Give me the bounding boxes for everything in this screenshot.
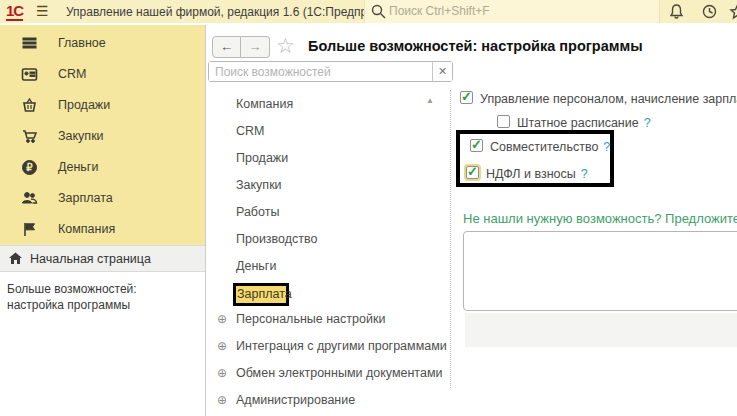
checkbox-hr-payroll[interactable] [460, 91, 473, 104]
label-secondary-jobs: Совместительство? [490, 140, 610, 154]
open-tab-more-features[interactable]: Больше возможностей: настройка программы [7, 281, 195, 313]
sidebar-item-home[interactable]: Начальная страница [0, 245, 205, 272]
help-link-secondary-jobs[interactable]: ? [603, 140, 610, 154]
global-search-input[interactable] [389, 0, 654, 22]
feature-search: ✕ [208, 61, 453, 82]
section-item-integration[interactable]: Интеграция с другими программами [236, 339, 447, 353]
sidebar-item-dengi[interactable]: ₽ Деньги [0, 158, 205, 182]
title-bar: 1С ☰ Управление нашей фирмой, редакция 1… [0, 0, 737, 23]
sidebar-item-glavnoe[interactable]: Главное [0, 34, 205, 58]
home-icon [8, 251, 23, 266]
sidebar: Главное CRM Продажи Закупки ₽ Деньги Зар… [0, 25, 206, 416]
section-item-proizvodstvo[interactable]: Производство [236, 232, 318, 246]
section-item-prodazhi[interactable]: Продажи [236, 151, 288, 165]
section-item-edi[interactable]: Обмен электронными документами [236, 366, 442, 380]
notifications-bell-icon[interactable] [668, 3, 685, 20]
checkbox-staffing[interactable] [497, 115, 510, 128]
section-item-zakupki[interactable]: Закупки [236, 178, 282, 192]
cart-icon [21, 128, 38, 145]
clear-search-icon[interactable]: ✕ [432, 62, 452, 81]
back-button[interactable]: ← [212, 36, 241, 58]
section-item-raboty[interactable]: Работы [236, 205, 279, 219]
section-item-crm[interactable]: CRM [236, 124, 264, 138]
sidebar-item-kompaniya[interactable]: Компания [0, 220, 205, 244]
panel-background-strip [465, 313, 737, 347]
sidebar-item-crm[interactable]: CRM [0, 65, 205, 89]
help-link-ndfl[interactable]: ? [581, 167, 588, 181]
flag-icon [21, 221, 38, 238]
checkbox-secondary-jobs[interactable] [470, 139, 483, 152]
feature-search-input[interactable] [209, 62, 431, 81]
sidebar-item-zarplata[interactable]: Зарплата [0, 189, 205, 213]
scroll-up-icon[interactable]: ▲ [426, 96, 434, 105]
history-clock-icon[interactable] [701, 3, 718, 20]
label-staffing: Штатное расписание? [517, 116, 651, 130]
section-item-personal-settings[interactable]: Персональные настройки [236, 312, 385, 326]
add-favorite-star-icon[interactable]: ☆ [276, 34, 295, 58]
sidebar-item-zakupki[interactable]: Закупки [0, 127, 205, 151]
svg-text:₽: ₽ [26, 162, 33, 173]
contact-card-icon [21, 66, 38, 83]
menu-icon [21, 35, 38, 52]
suggest-feature-textarea[interactable] [463, 231, 737, 311]
checkbox-ndfl-contributions[interactable] [466, 166, 479, 179]
ruble-icon: ₽ [21, 159, 38, 176]
label-ndfl-contributions: НДФЛ и взносы? [486, 167, 588, 181]
page-title: Больше возможностей: настройка программы [308, 38, 643, 54]
panel-separator [450, 90, 451, 388]
favorites-star-icon[interactable] [729, 3, 737, 20]
section-item-administration[interactable]: Администрирование [236, 393, 355, 407]
global-search[interactable] [364, 0, 660, 23]
label-hr-payroll: Управление персоналом, начисление зарпла… [480, 92, 737, 106]
help-link-staffing[interactable]: ? [644, 116, 651, 130]
history-nav-buttons: ← → [212, 36, 270, 58]
section-item-dengi[interactable]: Деньги [236, 259, 276, 273]
section-item-zarplata-selected[interactable]: Зарплата [233, 283, 289, 306]
people-icon [21, 190, 38, 207]
forward-button[interactable]: → [241, 36, 270, 58]
suggest-link-wrap: Не нашли нужную возможность? Предложите … [463, 211, 737, 227]
search-icon [370, 3, 387, 20]
main-menu-icon[interactable]: ☰ [36, 3, 49, 19]
section-item-kompaniya[interactable]: Компания [236, 97, 293, 111]
window-title: Управление нашей фирмой, редакция 1.6 (1… [66, 5, 403, 19]
basket-icon [21, 97, 38, 114]
app-window: { "topbar": { "logo": "1С", "title": "Уп… [0, 0, 737, 416]
1c-logo: 1С [6, 2, 23, 21]
sidebar-item-prodazhi[interactable]: Продажи [0, 96, 205, 120]
suggest-feature-link[interactable]: Не нашли нужную возможность? Предложите … [463, 211, 737, 226]
